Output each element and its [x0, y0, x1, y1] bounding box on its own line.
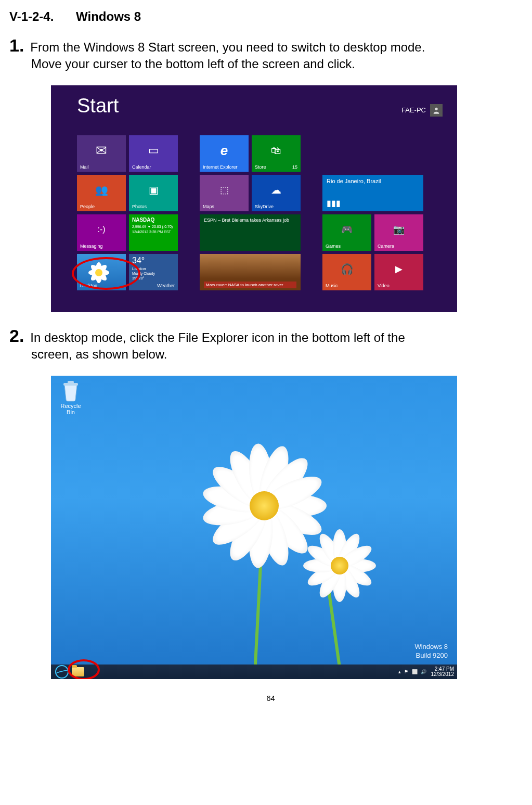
- tile-store[interactable]: 🛍 Store 15: [252, 135, 301, 172]
- recycle-bin[interactable]: Recycle Bin: [57, 381, 84, 415]
- tile-video[interactable]: ▶ Video: [374, 254, 423, 290]
- figure-start-screen: Start FAE-PC ✉ Mail ▭ Calendar e: [51, 85, 532, 312]
- start-label: Start: [77, 95, 119, 117]
- tile-news-text: Mars rover: NASA to launch another rover: [204, 282, 296, 288]
- tile-sports-text: ESPN – Bret Bielema takes Arkansas job: [204, 218, 296, 223]
- tile-camera-label: Camera: [378, 244, 394, 249]
- calendar-icon: ▭: [148, 144, 159, 157]
- user-name: FAE-PC: [401, 106, 426, 114]
- step-2: 2. In desktop mode, click the File Explo…: [9, 327, 532, 363]
- wallpaper-daisy-small: [301, 527, 379, 605]
- taskbar-clock[interactable]: 2:47 PM 12/3/2012: [431, 667, 455, 677]
- page-number: 64: [9, 694, 532, 702]
- svg-rect-2: [68, 381, 74, 384]
- tile-finance-line1: 2,996.69 ▼ 20.83 (-0.70): [132, 225, 173, 228]
- tile-weather-label: Weather: [157, 283, 175, 288]
- cloud-icon: ☁: [271, 184, 281, 196]
- tile-finance-line2: 12/4/2012 3:35 PM EST: [132, 230, 171, 234]
- tile-ie-label: Internet Explorer: [203, 164, 238, 170]
- tile-skydrive[interactable]: ☁ SkyDrive: [252, 175, 301, 211]
- tile-sports[interactable]: ESPN – Bret Bielema takes Arkansas job: [200, 214, 301, 251]
- system-tray-icons[interactable]: ▴ ⚑ ⬜ 🔊: [398, 669, 428, 674]
- windows8-desktop: Recycle Bin: [51, 376, 457, 679]
- windows8-start-screen: Start FAE-PC ✉ Mail ▭ Calendar e: [51, 85, 457, 312]
- annotation-circle-file-explorer: [68, 659, 100, 679]
- clock-date: 12/3/2012: [431, 672, 455, 677]
- ie-icon: e: [220, 143, 228, 159]
- tile-calendar-label: Calendar: [132, 164, 151, 170]
- camera-icon: 📷: [393, 224, 405, 235]
- tile-video-label: Video: [378, 283, 390, 288]
- step-1: 1. From the Windows 8 Start screen, you …: [9, 36, 532, 73]
- tile-messaging-label: Messaging: [80, 244, 103, 249]
- user-account[interactable]: FAE-PC: [401, 104, 443, 117]
- tile-mail[interactable]: ✉ Mail: [77, 135, 126, 172]
- desktop-watermark: Windows 8 Build 9200: [414, 643, 448, 660]
- recycle-bin-icon: [61, 381, 80, 402]
- tile-calendar[interactable]: ▭ Calendar: [129, 135, 178, 172]
- recycle-bin-label: Recycle Bin: [60, 403, 81, 415]
- figure-desktop: Recycle Bin: [51, 376, 532, 679]
- tile-music-label: Music: [326, 283, 338, 288]
- tile-messaging[interactable]: :-) Messaging: [77, 214, 126, 251]
- tile-games-label: Games: [326, 244, 341, 249]
- tile-finance-title: NASDAQ: [132, 217, 154, 223]
- news-photo-placeholder: [200, 254, 301, 279]
- photos-icon: ▣: [149, 184, 159, 196]
- messaging-icon: :-): [97, 225, 105, 234]
- annotation-circle-desktop-tile: [72, 257, 140, 290]
- tile-mail-label: Mail: [80, 164, 89, 170]
- tile-ie[interactable]: e Internet Explorer: [200, 135, 249, 172]
- tile-games[interactable]: 🎮 Games: [322, 214, 371, 251]
- step-1-number: 1.: [9, 36, 24, 54]
- tile-camera[interactable]: 📷 Camera: [374, 214, 423, 251]
- store-icon: 🛍: [271, 145, 281, 157]
- section-title: Windows 8: [76, 9, 141, 23]
- headphones-icon: 🎧: [341, 263, 354, 275]
- tile-bing-text: Rio de Janeiro, Brazil: [327, 178, 381, 184]
- step-1-text-line2: Move your curser to the bottom left of t…: [31, 56, 532, 72]
- tile-photos-label: Photos: [132, 204, 147, 209]
- step-1-text-line1: From the Windows 8 Start screen, you nee…: [30, 39, 425, 56]
- step-2-text-line2: screen, as shown below.: [31, 346, 532, 363]
- tile-skydrive-label: SkyDrive: [255, 204, 274, 209]
- tile-people[interactable]: 👥 People: [77, 175, 126, 211]
- watermark-line2: Build 9200: [414, 651, 448, 660]
- tile-news[interactable]: Mars rover: NASA to launch another rover: [200, 254, 301, 290]
- tile-people-label: People: [80, 204, 95, 209]
- tile-photos[interactable]: ▣ Photos: [129, 175, 178, 211]
- taskbar-ie-icon[interactable]: [55, 665, 69, 679]
- user-avatar-icon: [430, 104, 443, 117]
- play-icon: ▶: [395, 263, 403, 275]
- step-2-text-line1: In desktop mode, click the File Explorer…: [30, 329, 405, 346]
- tile-maps[interactable]: ⬚ Maps: [200, 175, 249, 211]
- taskbar: ▴ ⚑ ⬜ 🔊 2:47 PM 12/3/2012: [51, 665, 457, 679]
- people-icon: 👥: [95, 184, 108, 196]
- tile-maps-label: Maps: [203, 204, 214, 209]
- tile-music[interactable]: 🎧 Music: [322, 254, 371, 290]
- bing-bars-icon: ▮▮▮: [327, 198, 341, 208]
- tile-finance[interactable]: NASDAQ 2,996.69 ▼ 20.83 (-0.70) 12/4/201…: [129, 214, 178, 251]
- games-icon: 🎮: [341, 224, 353, 235]
- watermark-line1: Windows 8: [414, 643, 448, 651]
- section-heading: V-1-2-4. Windows 8: [9, 9, 532, 24]
- mail-icon: ✉: [96, 143, 107, 159]
- section-number: V-1-2-4.: [9, 9, 54, 23]
- tile-store-label: Store: [255, 164, 266, 170]
- maps-icon: ⬚: [220, 184, 229, 196]
- store-badge: 15: [292, 164, 297, 170]
- step-2-number: 2.: [9, 327, 24, 344]
- tile-bing[interactable]: Rio de Janeiro, Brazil ▮▮▮: [322, 175, 423, 211]
- svg-point-0: [435, 107, 437, 110]
